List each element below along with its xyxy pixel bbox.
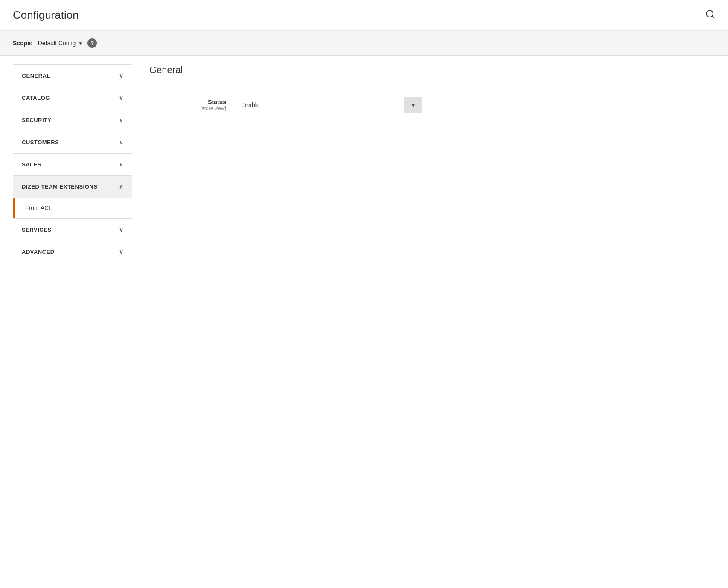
sub-items-dized-team-extensions: Front ACL bbox=[13, 198, 132, 218]
page-header: Configuration bbox=[0, 0, 728, 31]
sidebar-item-advanced[interactable]: ADVANCED∨ bbox=[13, 241, 132, 263]
status-label: Status bbox=[149, 99, 226, 105]
sidebar-item-catalog[interactable]: CATALOG∨ bbox=[13, 87, 132, 109]
sidebar-item-header-sales[interactable]: SALES∨ bbox=[13, 154, 132, 175]
sidebar-item-label-security: SECURITY bbox=[22, 117, 52, 123]
sidebar-item-customers[interactable]: CUSTOMERS∨ bbox=[13, 131, 132, 154]
chevron-icon-catalog: ∨ bbox=[119, 95, 124, 101]
content-area: General Status [store view] Enable ▼ bbox=[132, 64, 715, 263]
status-scope: [store view] bbox=[149, 105, 226, 111]
scope-bar: Scope: Default Config ▼ ? bbox=[0, 31, 728, 56]
section-title: General bbox=[149, 64, 698, 76]
chevron-icon-sales: ∨ bbox=[119, 161, 124, 168]
sidebar-item-label-sales: SALES bbox=[22, 161, 41, 168]
sidebar-item-header-security[interactable]: SECURITY∨ bbox=[13, 109, 132, 131]
status-select-wrapper[interactable]: Enable ▼ bbox=[235, 97, 422, 113]
sidebar-item-header-advanced[interactable]: ADVANCED∨ bbox=[13, 241, 132, 263]
page-title: Configuration bbox=[13, 9, 79, 22]
sidebar-item-sales[interactable]: SALES∨ bbox=[13, 154, 132, 176]
sidebar-item-header-dized-team-extensions[interactable]: DIZED TEAM EXTENSIONS∧ bbox=[13, 176, 132, 198]
status-select-button[interactable]: ▼ bbox=[404, 97, 422, 113]
sidebar-sub-item-front-acl[interactable]: Front ACL bbox=[13, 198, 132, 218]
sidebar-item-header-services[interactable]: SERVICES∨ bbox=[13, 219, 132, 241]
scope-selected-value: Default Config bbox=[38, 40, 76, 47]
sidebar-item-label-dized-team-extensions: DIZED TEAM EXTENSIONS bbox=[22, 183, 97, 190]
chevron-icon-customers: ∨ bbox=[119, 139, 124, 146]
sidebar-item-header-customers[interactable]: CUSTOMERS∨ bbox=[13, 131, 132, 153]
help-icon[interactable]: ? bbox=[87, 38, 97, 48]
config-control-status: Enable ▼ bbox=[235, 97, 448, 113]
sidebar-item-label-services: SERVICES bbox=[22, 227, 52, 233]
scope-label: Scope: bbox=[13, 40, 33, 47]
sidebar-item-label-general: GENERAL bbox=[22, 73, 50, 79]
sidebar-item-dized-team-extensions[interactable]: DIZED TEAM EXTENSIONS∧Front ACL bbox=[13, 176, 132, 219]
config-label-col: Status [store view] bbox=[149, 99, 235, 111]
sidebar-item-label-customers: CUSTOMERS bbox=[22, 139, 59, 146]
scope-dropdown[interactable]: Default Config ▼ bbox=[38, 40, 83, 47]
chevron-icon-dized-team-extensions: ∧ bbox=[119, 183, 124, 190]
svg-line-1 bbox=[712, 16, 714, 17]
main-content: GENERAL∨CATALOG∨SECURITY∨CUSTOMERS∨SALES… bbox=[0, 56, 728, 272]
scope-chevron-icon: ▼ bbox=[78, 41, 82, 46]
chevron-icon-security: ∨ bbox=[119, 117, 124, 123]
sidebar-item-label-advanced: ADVANCED bbox=[22, 249, 55, 255]
sidebar-item-label-catalog: CATALOG bbox=[22, 95, 50, 101]
status-select-value: Enable bbox=[235, 97, 404, 113]
chevron-icon-general: ∨ bbox=[119, 73, 124, 79]
sidebar-item-security[interactable]: SECURITY∨ bbox=[13, 109, 132, 131]
sidebar-item-services[interactable]: SERVICES∨ bbox=[13, 219, 132, 241]
sidebar-item-general[interactable]: GENERAL∨ bbox=[13, 65, 132, 87]
search-button[interactable] bbox=[705, 9, 715, 22]
chevron-icon-services: ∨ bbox=[119, 227, 124, 233]
sidebar-item-header-general[interactable]: GENERAL∨ bbox=[13, 65, 132, 87]
config-row-status: Status [store view] Enable ▼ bbox=[149, 88, 698, 122]
sidebar: GENERAL∨CATALOG∨SECURITY∨CUSTOMERS∨SALES… bbox=[13, 64, 132, 263]
sidebar-item-header-catalog[interactable]: CATALOG∨ bbox=[13, 87, 132, 109]
chevron-icon-advanced: ∨ bbox=[119, 249, 124, 255]
